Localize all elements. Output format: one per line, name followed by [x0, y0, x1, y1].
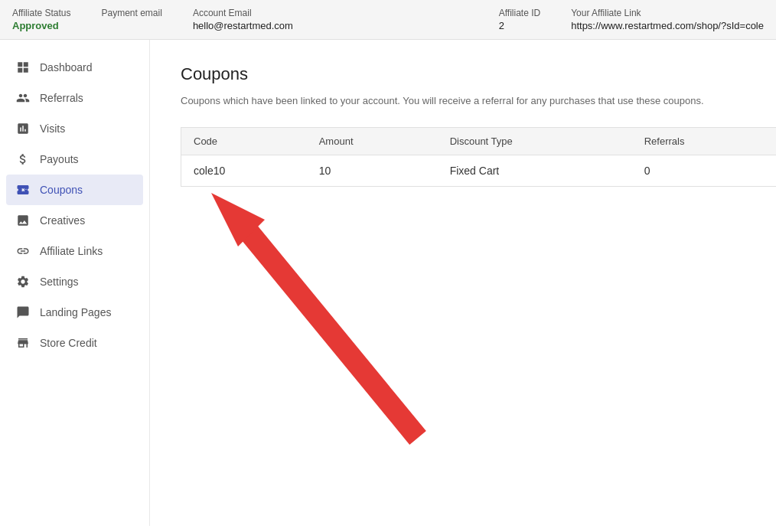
page-description: Coupons which have been linked to your a… [181, 93, 745, 109]
svg-marker-1 [211, 193, 265, 246]
sidebar-item-creatives[interactable]: Creatives [0, 205, 149, 236]
table-row: cole10 10 Fixed Cart 0 [181, 155, 777, 186]
affiliate-link-item: Your Affiliate Link https://www.restartm… [571, 8, 764, 31]
payment-email-label: Payment email [102, 8, 162, 18]
referrals-icon [15, 90, 31, 106]
sidebar-item-landing-pages[interactable]: Landing Pages [0, 297, 149, 328]
account-email-value: hello@restartmed.com [193, 20, 293, 31]
sidebar-item-dashboard[interactable]: Dashboard [0, 52, 149, 83]
affiliate-link-value: https://www.restartmed.com/shop/?sId=col… [571, 20, 764, 31]
col-header-amount: Amount [307, 127, 438, 155]
top-bar: Affiliate Status Approved Payment email … [0, 0, 776, 40]
affiliate-status-label: Affiliate Status [12, 8, 71, 18]
sidebar-item-store-credit[interactable]: Store Credit [0, 328, 149, 358]
store-credit-icon [15, 335, 31, 351]
cell-discount-type: Fixed Cart [438, 155, 632, 186]
affiliate-link-label: Your Affiliate Link [571, 8, 764, 18]
settings-icon [15, 274, 31, 289]
sidebar-item-referrals-label: Referrals [40, 92, 83, 104]
sidebar-item-settings[interactable]: Settings [0, 266, 149, 297]
layout: Dashboard Referrals Visits Payouts Coupo [0, 40, 776, 526]
col-header-referrals: Referrals [632, 127, 776, 155]
account-email-item: Account Email hello@restartmed.com [193, 8, 293, 31]
sidebar-item-visits[interactable]: Visits [0, 113, 149, 144]
affiliate-status-value: Approved [12, 20, 71, 31]
affiliate-id-label: Affiliate ID [499, 8, 540, 18]
sidebar-item-affiliate-links[interactable]: Affiliate Links [0, 236, 149, 266]
sidebar: Dashboard Referrals Visits Payouts Coupo [0, 40, 150, 526]
main-content: Coupons Coupons which have been linked t… [150, 40, 776, 526]
landing-pages-icon [15, 305, 31, 320]
visits-icon [15, 121, 31, 136]
sidebar-item-payouts-label: Payouts [40, 153, 79, 165]
payouts-icon [15, 152, 31, 167]
sidebar-item-settings-label: Settings [40, 276, 79, 288]
coupons-table: Code Amount Discount Type Referrals cole… [181, 127, 776, 187]
sidebar-item-referrals[interactable]: Referrals [0, 83, 149, 113]
affiliate-status-item: Affiliate Status Approved [12, 8, 71, 31]
sidebar-item-payouts[interactable]: Payouts [0, 144, 149, 175]
affiliate-id-value: 2 [499, 20, 540, 31]
creatives-icon [15, 213, 31, 228]
cell-code: cole10 [181, 155, 307, 186]
sidebar-item-visits-label: Visits [40, 122, 65, 135]
col-header-code: Code [181, 127, 307, 155]
sidebar-item-affiliate-links-label: Affiliate Links [40, 245, 103, 257]
affiliate-id-item: Affiliate ID 2 [499, 8, 540, 31]
coupons-icon [15, 182, 31, 197]
table-header-row: Code Amount Discount Type Referrals [181, 127, 777, 155]
cell-amount: 10 [307, 155, 438, 186]
sidebar-item-store-credit-label: Store Credit [40, 337, 97, 349]
arrow-annotation [196, 178, 441, 455]
sidebar-item-creatives-label: Creatives [40, 214, 85, 227]
affiliate-links-icon [15, 243, 31, 259]
col-header-discount-type: Discount Type [438, 127, 632, 155]
sidebar-item-coupons[interactable]: Coupons [6, 175, 143, 205]
sidebar-item-coupons-label: Coupons [40, 184, 83, 196]
payment-email-item: Payment email [102, 8, 162, 18]
dashboard-icon [15, 60, 31, 75]
page-title: Coupons [181, 64, 745, 84]
sidebar-item-landing-pages-label: Landing Pages [40, 306, 111, 318]
sidebar-item-dashboard-label: Dashboard [40, 61, 93, 73]
cell-referrals: 0 [632, 155, 776, 186]
account-email-label: Account Email [193, 8, 293, 18]
